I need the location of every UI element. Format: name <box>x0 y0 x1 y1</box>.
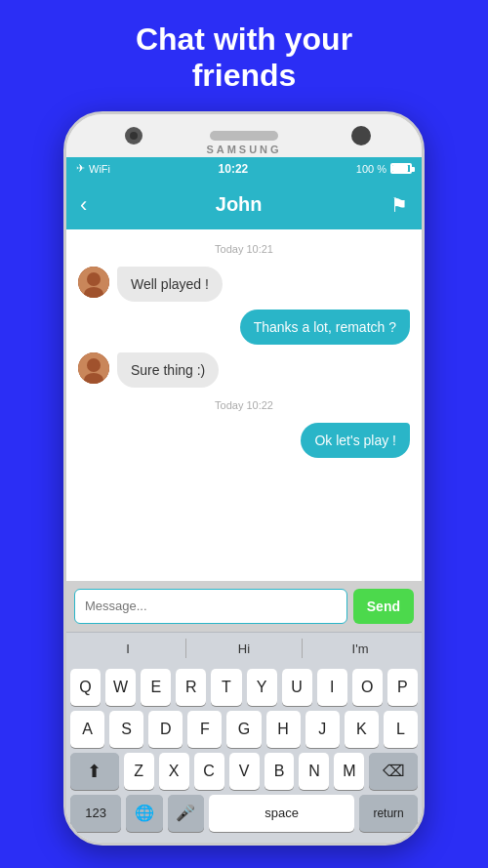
key-k[interactable]: K <box>345 711 379 748</box>
phone-shell: SAMSUNG ✈ WiFi 10:22 100 % ‹ John ⚑ Toda <box>63 111 425 846</box>
key-t[interactable]: T <box>211 669 241 706</box>
chat-header: ‹ John ⚑ <box>66 181 422 229</box>
page-title-line2: friends <box>192 58 297 93</box>
key-f[interactable]: F <box>187 711 222 748</box>
phone-hardware-top: SAMSUNG <box>66 114 422 157</box>
timestamp-1: Today 10:21 <box>78 243 410 255</box>
message-row-sent-1: Thanks a lot, rematch ? <box>78 310 410 345</box>
page-header: Chat with your friends <box>0 0 488 111</box>
avatar-image-2 <box>78 352 109 384</box>
globe-key[interactable]: 🌐 <box>126 795 162 832</box>
key-j[interactable]: J <box>305 711 340 748</box>
phone-mockup: SAMSUNG ✈ WiFi 10:22 100 % ‹ John ⚑ Toda <box>63 111 425 853</box>
avatar-john <box>78 267 109 298</box>
key-l[interactable]: L <box>384 711 418 748</box>
keyboard-row-2: A S D F G H J K L <box>70 711 418 748</box>
key-u[interactable]: U <box>282 669 312 706</box>
svg-point-4 <box>87 358 101 372</box>
message-row-received-1: Well played ! <box>78 267 410 302</box>
keyboard-row-bottom: 123 🌐 🎤 space return <box>70 795 418 832</box>
timestamp-2: Today 10:22 <box>78 399 410 411</box>
key-z[interactable]: Z <box>124 753 154 790</box>
phone-speaker <box>210 131 278 141</box>
key-d[interactable]: D <box>148 711 183 748</box>
avatar-image <box>78 267 109 298</box>
keyboard-suggestions: I Hi I'm <box>66 632 422 665</box>
chat-messages-area: Today 10:21 Well played ! <box>66 229 422 581</box>
battery-percent: 100 % <box>356 163 386 175</box>
key-g[interactable]: G <box>226 711 261 748</box>
key-o[interactable]: O <box>352 669 383 706</box>
key-q[interactable]: Q <box>70 669 101 706</box>
message-bubble-received-1: Well played ! <box>117 267 223 302</box>
key-p[interactable]: P <box>387 669 418 706</box>
delete-key[interactable]: ⌫ <box>369 753 418 790</box>
key-w[interactable]: W <box>105 669 136 706</box>
key-v[interactable]: V <box>229 753 260 790</box>
front-camera-right <box>351 126 371 145</box>
suggest-im[interactable]: I'm <box>303 640 418 658</box>
status-left: ✈ WiFi <box>76 162 110 175</box>
key-r[interactable]: R <box>176 669 206 706</box>
message-bubble-sent-2: Ok let's play ! <box>301 423 410 458</box>
key-c[interactable]: C <box>194 753 224 790</box>
back-button[interactable]: ‹ <box>80 192 87 218</box>
mic-key[interactable]: 🎤 <box>168 795 204 832</box>
key-y[interactable]: Y <box>247 669 277 706</box>
message-bubble-sent-1: Thanks a lot, rematch ? <box>240 310 410 345</box>
message-input-area: Send <box>66 581 422 632</box>
svg-point-1 <box>87 272 101 286</box>
key-s[interactable]: S <box>109 711 143 748</box>
key-i[interactable]: I <box>317 669 347 706</box>
wifi-icon: WiFi <box>89 163 110 175</box>
key-m[interactable]: M <box>334 753 364 790</box>
battery-icon <box>390 163 412 174</box>
send-button[interactable]: Send <box>353 589 414 624</box>
key-a[interactable]: A <box>70 711 104 748</box>
page-title-line1: Chat with your <box>136 21 352 57</box>
message-input[interactable] <box>74 589 347 624</box>
num-key[interactable]: 123 <box>70 795 121 832</box>
status-bar: ✈ WiFi 10:22 100 % <box>66 157 422 181</box>
contact-name: John <box>216 193 263 216</box>
flag-button[interactable]: ⚑ <box>390 193 408 217</box>
key-b[interactable]: B <box>264 753 295 790</box>
suggest-i[interactable]: I <box>70 640 185 658</box>
key-e[interactable]: E <box>141 669 171 706</box>
status-time: 10:22 <box>219 162 249 176</box>
key-n[interactable]: N <box>299 753 329 790</box>
message-row-received-2: Sure thing :) <box>78 352 410 388</box>
avatar-john-2 <box>78 352 109 384</box>
front-camera-left <box>125 127 142 145</box>
status-right: 100 % <box>356 163 412 175</box>
keyboard-row-3: ⬆ Z X C V B N M ⌫ <box>70 753 418 790</box>
return-key[interactable]: return <box>359 795 418 832</box>
suggest-hi[interactable]: Hi <box>186 640 302 658</box>
keyboard-row-1: Q W E R T Y U I O P <box>70 669 418 706</box>
message-bubble-received-2: Sure thing :) <box>117 352 219 388</box>
message-row-sent-2: Ok let's play ! <box>78 423 410 458</box>
space-key[interactable]: space <box>209 795 354 832</box>
brand-label: SAMSUNG <box>206 144 281 155</box>
key-h[interactable]: H <box>266 711 301 748</box>
airplane-icon: ✈ <box>76 162 85 175</box>
key-x[interactable]: X <box>159 753 189 790</box>
battery-fill <box>392 165 408 172</box>
shift-key[interactable]: ⬆ <box>70 753 119 790</box>
keyboard: Q W E R T Y U I O P A S D F G H J K <box>66 665 422 843</box>
